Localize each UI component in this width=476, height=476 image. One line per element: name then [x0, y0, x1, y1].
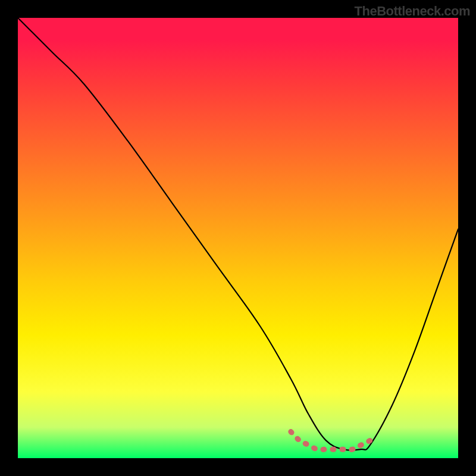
- attribution-label: TheBottleneck.com: [355, 4, 470, 19]
- chart-container: TheBottleneck.com: [0, 0, 476, 476]
- plot-area: [18, 18, 458, 458]
- gradient-background: [18, 18, 458, 458]
